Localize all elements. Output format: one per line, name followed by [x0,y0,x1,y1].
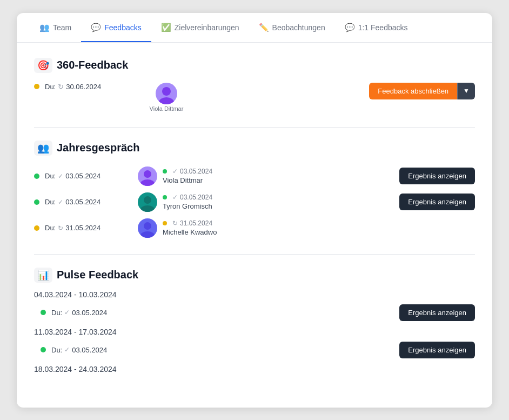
tab-team-label: Team [53,23,71,32]
jg-peer-info-2: ↻ 31.05.2024 Michelle Kwadwo [163,219,217,236]
jg-me-label-2: Du: [45,224,56,232]
tab-team[interactable]: 👥 Team [30,13,81,42]
section-jahresgespraech: 👥 Jahresgespräch Du: ✓ 03.05.2024 [34,141,475,255]
feedback-dropdown-btn[interactable]: ▼ [457,83,475,99]
tab-feedbacks11[interactable]: 💬 1:1 Feedbacks [335,13,418,42]
pulse-me-label-1: Du: [51,346,62,354]
tab-beob-label: Beobachtungen [272,23,325,32]
section-360: 🎯 360-Feedback Du: ↻ 30.06.2024 V [34,58,475,128]
feedbacks-icon: 💬 [91,23,101,32]
pulse-me-icon-0: ✓ [64,309,70,316]
pulse-me-label-0: Du: [51,309,62,317]
ergebnis-btn-pulse-0[interactable]: Ergebnis anzeigen [399,304,475,321]
tab-feedbacks11-label: 1:1 Feedbacks [358,23,408,32]
jg-peer-0: ✓ 03.05.2024 Viola Dittmar [138,166,246,186]
pulse-me-date-0: 03.05.2024 [72,309,107,317]
jg-me-icon-2: ↻ [58,224,63,232]
svg-point-7 [140,231,155,238]
tab-beobachtungen[interactable]: ✏️ Beobachtungen [249,13,335,42]
svg-point-5 [140,205,155,212]
feedbacks11-icon: 💬 [345,23,355,32]
avatar-viola-360 [156,83,177,104]
section-jg-header: 👥 Jahresgespräch [34,141,475,156]
ergebnis-btn-1[interactable]: Ergebnis anzeigen [399,194,475,210]
jg-row-2: Du: ↻ 31.05.2024 ↻ 31.05.2024 Mich [34,215,475,241]
beob-icon: ✏️ [259,23,269,32]
jg-dot-me-0 [34,174,39,179]
pulse-dot-1 [41,347,46,352]
ergebnis-btn-pulse-1[interactable]: Ergebnis anzeigen [399,342,475,358]
jg-peer-check-1: ✓ [172,194,178,201]
me-icon-360: ↻ [58,83,64,91]
section-pulse-icon: 📊 [34,268,52,283]
tab-ziel-label: Zielvereinbarungen [175,23,239,32]
avatar-michelle-jg [138,218,157,238]
jg-dot-peer-1 [163,195,167,199]
pulse-me-1: Du: ✓ 03.05.2024 [41,346,149,354]
section-360-title: 360-Feedback [57,59,128,71]
pulse-me-date-1: 03.05.2024 [72,346,107,354]
jg-peer-check-2: ↻ [172,219,178,227]
svg-point-4 [144,196,151,204]
jg-dot-peer-0 [163,169,167,174]
btn-group-360: Feedback abschließen ▼ [369,83,475,99]
svg-point-0 [162,87,171,96]
me-label-360: Du: ↻ 30.06.2024 [34,83,142,91]
jg-me-date-0: 03.05.2024 [65,172,101,180]
jg-me-date-1: 03.05.2024 [65,198,101,206]
svg-point-3 [140,179,155,186]
pulse-dot-0 [41,310,46,315]
row-360: Du: ↻ 30.06.2024 Viola Dittmar Feedback … [34,81,475,114]
feedback-abschliessen-btn[interactable]: Feedback abschließen [369,83,457,99]
svg-point-1 [159,97,174,104]
tab-zielvereinbarungen[interactable]: ✅ Zielvereinbarungen [151,13,249,42]
main-card: 👥 Team 💬 Feedbacks ✅ Zielvereinbarungen … [17,13,492,408]
jg-peer-date-text-0: 03.05.2024 [180,168,212,175]
jg-peer-date-0: ✓ 03.05.2024 [163,168,212,175]
content-area: 🎯 360-Feedback Du: ↻ 30.06.2024 V [17,43,492,405]
jg-me-1: Du: ✓ 03.05.2024 [34,198,131,206]
jg-peer-info-1: ✓ 03.05.2024 Tyron Gromisch [163,194,212,210]
section-pulse-title: Pulse Feedback [57,269,138,281]
svg-point-2 [144,170,151,178]
jg-peer-date-1: ✓ 03.05.2024 [163,194,212,201]
tab-feedbacks[interactable]: 💬 Feedbacks [81,13,151,42]
me-date-360: 30.06.2024 [66,83,101,91]
section-pulse-header: 📊 Pulse Feedback [34,268,475,283]
col-me-360: Du: ↻ 30.06.2024 [34,83,142,91]
ziel-icon: ✅ [161,23,171,32]
jg-dot-me-2 [34,225,39,231]
jg-me-date-2: 31.05.2024 [65,224,101,232]
section-jg-title: Jahresgespräch [57,142,139,154]
jg-peer-date-2: ↻ 31.05.2024 [163,219,217,227]
jg-peer-info-0: ✓ 03.05.2024 Viola Dittmar [163,168,212,184]
nav-tabs: 👥 Team 💬 Feedbacks ✅ Zielvereinbarungen … [17,13,492,43]
jg-me-icon-1: ✓ [58,198,63,206]
tab-feedbacks-label: Feedbacks [104,23,141,32]
jg-row-0: Du: ✓ 03.05.2024 ✓ 03.05.2024 Viol [34,163,475,189]
pulse-row-0: Du: ✓ 03.05.2024 Ergebnis anzeigen [34,302,475,323]
section-pulse: 📊 Pulse Feedback 04.03.2024 - 10.03.2024… [34,268,475,390]
team-icon: 👥 [39,23,50,32]
dot-360-me [34,84,39,89]
me-text-360: Du: [45,83,56,91]
ergebnis-btn-0[interactable]: Ergebnis anzeigen [399,168,475,184]
jg-row-1: Du: ✓ 03.05.2024 ✓ 03.05.2024 Tyro [34,189,475,215]
jg-dot-peer-2 [163,221,167,225]
avatar-tyron-jg [138,192,157,212]
jg-me-label-0: Du: [45,172,56,180]
jg-peer-1: ✓ 03.05.2024 Tyron Gromisch [138,192,246,212]
section-360-icon: 🎯 [34,58,52,73]
pulse-row-1: Du: ✓ 03.05.2024 Ergebnis anzeigen [34,339,475,361]
jg-peer-name-1: Tyron Gromisch [163,202,212,210]
section-jg-icon: 👥 [34,141,52,156]
svg-point-6 [144,222,151,230]
pulse-me-0: Du: ✓ 03.05.2024 [41,309,149,317]
avatar-viola-jg [138,166,157,186]
pulse-range-2: 18.03.2024 - 24.03.2024 [34,365,475,374]
jg-me-2: Du: ↻ 31.05.2024 [34,224,131,232]
pulse-me-icon-1: ✓ [64,346,70,354]
jg-me-0: Du: ✓ 03.05.2024 [34,172,131,180]
section-360-header: 🎯 360-Feedback [34,58,475,73]
jg-me-label-1: Du: [45,198,56,206]
